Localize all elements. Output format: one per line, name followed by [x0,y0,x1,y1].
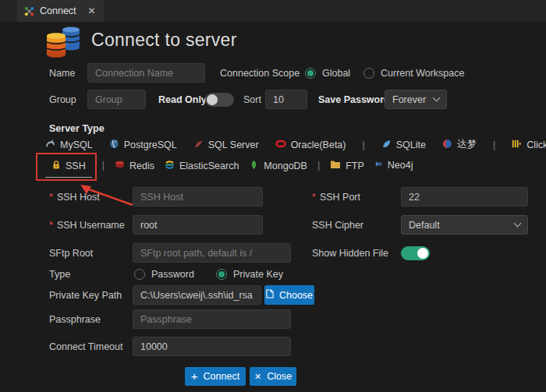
show-hidden-file-label: Show Hidden File [312,243,388,263]
ssh-port-input[interactable] [401,187,528,207]
radio-checked-icon [305,68,316,79]
connect-button[interactable]: + Connect [185,367,246,386]
plus-icon: + [191,369,198,383]
type-label: Type [49,267,70,281]
group-input[interactable] [87,90,146,109]
tab-bar: Connect ✕ [0,0,546,22]
sftp-root-input[interactable] [133,243,291,263]
ssh-host-label: * SSH Host [49,187,100,207]
private-key-path-input[interactable] [133,285,261,305]
chevron-down-icon [433,94,441,102]
server-type-elasticsearch[interactable]: ElasticSearch [165,158,239,172]
radio-unchecked-icon [363,68,374,79]
tab-close-icon[interactable]: ✕ [88,5,96,16]
connection-scope-label: Connection Scope [220,63,300,83]
server-type-ftp[interactable]: FTP [330,158,364,171]
server-type-row-1: MySQL PostgreSQL SQL Server Oracle(Beta)… [45,138,546,151]
ftp-folder-icon [330,160,341,171]
connect-timeout-input[interactable] [133,337,291,356]
connect-timeout-label: Connect Timeout [49,337,123,356]
toggle-off-icon [205,93,234,107]
neo4j-icon [374,160,383,171]
server-type-heading-row: Server Type [0,122,546,136]
tab-connect[interactable]: Connect ✕ [17,0,104,22]
sort-label: Sort [243,90,261,109]
connect-timeout-row: Connect Timeout [0,337,546,356]
server-type-row-2: SSH | Redis ElasticSearch MongoDB | FTP … [45,158,413,178]
group-row: Group Read Only Sort Save Password Forev… [0,90,546,109]
toggle-on-icon [401,246,430,260]
server-type-mysql[interactable]: MySQL [45,139,93,151]
type-row: Type Password Private Key [0,267,546,281]
database-stack-icon [44,24,82,61]
save-password-select[interactable]: Forever [385,90,447,109]
redis-icon [115,160,125,172]
ssh-cipher-select[interactable]: Default [401,215,528,235]
server-type-dameng[interactable]: 达梦 [442,138,477,151]
private-key-path-label: Private Key Path [49,285,122,305]
required-asterisk: * [49,220,53,231]
close-button[interactable]: ✕ Close [250,367,296,386]
tab-label: Connect [40,5,76,16]
oracle-icon [275,139,286,151]
name-label: Name [49,63,75,83]
type-private-key-radio[interactable]: Private Key [216,267,283,281]
actions-row: + Connect ✕ Close [0,367,546,386]
radio-unchecked-icon [134,269,145,280]
ssh-username-row: * SSH Username SSH Cipher Default [0,215,546,235]
ssh-host-row: * SSH Host * SSH Port [0,187,546,207]
ssh-lock-icon [51,160,61,172]
server-type-sqlserver[interactable]: SQL Server [193,139,259,151]
private-key-path-row: Private Key Path Choose [0,285,546,305]
server-type-neo4j[interactable]: Neo4j [374,158,413,171]
scope-current-workspace-radio[interactable]: Current Workspace [363,63,464,83]
passphrase-row: Passphrase [0,309,546,329]
group-label: Group [49,90,76,109]
server-type-sqlite[interactable]: SQLite [381,139,426,151]
passphrase-input[interactable] [133,309,291,329]
server-type-mongodb[interactable]: MongoDB [249,158,307,172]
passphrase-label: Passphrase [49,309,101,329]
server-type-postgresql[interactable]: PostgreSQL [109,139,177,151]
separator: | [317,158,320,171]
name-input[interactable] [87,63,205,83]
required-asterisk: * [312,192,316,203]
separator: | [493,139,495,150]
sftp-root-label: SFtp Root [49,243,93,263]
server-type-oracle[interactable]: Oracle(Beta) [275,139,346,151]
server-type-clickhouse[interactable]: ClickHouse [512,139,546,151]
ssh-username-label: * SSH Username [49,215,125,235]
database-client-icon [24,6,34,16]
type-password-radio[interactable]: Password [134,267,194,281]
close-icon: ✕ [254,372,261,382]
file-icon [266,289,274,301]
server-type-ssh[interactable]: SSH [45,158,92,178]
connect-dialog: Connect ✕ Connect to server Name Connect… [0,0,546,392]
read-only-label: Read Only [158,90,207,109]
required-asterisk: * [49,192,53,203]
sqlite-icon [381,139,392,151]
postgresql-icon [109,139,119,151]
radio-checked-icon [216,269,227,280]
show-hidden-file-toggle[interactable] [401,243,430,263]
dameng-icon [442,139,452,151]
scope-global-radio[interactable]: Global [305,63,350,83]
server-type-redis[interactable]: Redis [115,158,154,172]
save-password-label: Save Password [318,90,390,109]
sftp-root-row: SFtp Root Show Hidden File [0,243,546,263]
elasticsearch-icon [165,160,175,172]
ssh-cipher-label: SSH Cipher [312,215,363,235]
sqlserver-icon [193,139,204,151]
choose-button[interactable]: Choose [264,285,314,305]
page-title: Connect to server [91,30,237,51]
sort-input[interactable] [265,90,307,109]
separator: | [102,158,105,171]
server-type-label: Server Type [49,122,105,136]
name-row: Name Connection Scope Global Current Wor… [0,63,546,83]
separator: | [362,139,364,150]
ssh-host-input[interactable] [133,187,263,207]
read-only-toggle[interactable] [205,90,234,109]
ssh-username-input[interactable] [133,215,263,235]
chevron-down-icon [514,220,522,228]
clickhouse-icon [512,139,522,151]
